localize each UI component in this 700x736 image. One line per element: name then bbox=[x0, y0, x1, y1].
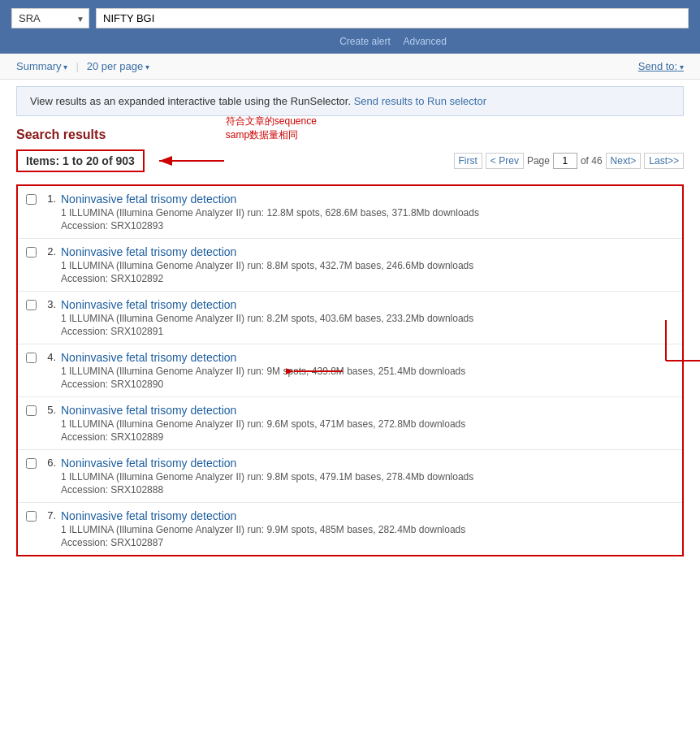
item-accession-4: Accession: SRX102890 bbox=[61, 379, 674, 390]
item-title-6: Noninvasive fetal trisomy detection bbox=[61, 457, 674, 470]
item-accession-1: Accession: SRX102893 bbox=[61, 220, 674, 232]
db-select[interactable]: SRA PubMed Nucleotide Gene Protein bbox=[11, 8, 89, 28]
result-items-outer-box: 这些都是 SRA数据 1. Noninvasive fetal trisomy … bbox=[16, 184, 684, 556]
last-page-link[interactable]: Last>> bbox=[644, 153, 684, 169]
result-item-5: 5. Noninvasive fetal trisomy detection 1… bbox=[18, 397, 682, 450]
item-link-7[interactable]: Noninvasive fetal trisomy detection bbox=[61, 509, 236, 522]
item-link-6[interactable]: Noninvasive fetal trisomy detection bbox=[61, 457, 236, 470]
item-content-3: Noninvasive fetal trisomy detection 1 IL… bbox=[61, 298, 674, 337]
anno-line-2: samp数据量相同 bbox=[226, 128, 317, 142]
result-item-6: 6. Noninvasive fetal trisomy detection 1… bbox=[18, 450, 682, 503]
item-number-3: 3. bbox=[43, 298, 56, 310]
anno-line-1: 符合文章的sequence bbox=[226, 115, 317, 128]
item-meta-2: 1 ILLUMINA (Illumina Genome Analyzer II)… bbox=[61, 260, 674, 271]
anno-chinese-1: 符合文章的sequence samp数据量相同 bbox=[226, 115, 317, 142]
per-page-dropdown[interactable]: 20 per page bbox=[87, 60, 149, 72]
result-item-4: 4. Noninvasive fetal trisomy detection 1… bbox=[18, 344, 682, 397]
summary-dropdown[interactable]: Summary bbox=[16, 60, 67, 72]
item-checkbox-1[interactable] bbox=[26, 194, 37, 205]
toolbar: Summary | 20 per page Send to: bbox=[0, 54, 700, 80]
toolbar-sep: | bbox=[76, 60, 78, 72]
search-bar: SRA PubMed Nucleotide Gene Protein ▼ bbox=[0, 0, 700, 33]
of-pages: of 46 bbox=[581, 155, 603, 167]
banner-text: View results as an expanded interactive … bbox=[30, 95, 351, 107]
item-content-6: Noninvasive fetal trisomy detection 1 IL… bbox=[61, 457, 674, 496]
item-title-4: Noninvasive fetal trisomy detection bbox=[61, 351, 674, 364]
result-item-3: 3. Noninvasive fetal trisomy detection 1… bbox=[18, 292, 682, 344]
item-accession-3: Accession: SRX102891 bbox=[61, 326, 674, 337]
create-alert-link[interactable]: Create alert bbox=[339, 36, 391, 47]
result-item-2: 2. Noninvasive fetal trisomy detection 1… bbox=[18, 239, 682, 292]
item-title-2: Noninvasive fetal trisomy detection bbox=[61, 245, 674, 258]
item-link-3[interactable]: Noninvasive fetal trisomy detection bbox=[61, 298, 236, 311]
item-accession-6: Accession: SRX102888 bbox=[61, 484, 674, 496]
item-checkbox-7[interactable] bbox=[26, 511, 37, 522]
item-accession-7: Accession: SRX102887 bbox=[61, 537, 674, 548]
toolbar-left: Summary | 20 per page bbox=[16, 60, 149, 72]
arrow-annotation-area: 符合文章的sequence samp数据量相同 bbox=[153, 149, 229, 173]
run-selector-link[interactable]: Send results to Run selector bbox=[354, 95, 486, 107]
item-link-5[interactable]: Noninvasive fetal trisomy detection bbox=[61, 404, 236, 417]
send-to-area: Send to: bbox=[638, 60, 684, 72]
item-meta-1: 1 ILLUMINA (Illumina Genome Analyzer II)… bbox=[61, 207, 674, 219]
item-link-2[interactable]: Noninvasive fetal trisomy detection bbox=[61, 245, 236, 258]
item-content-1: Noninvasive fetal trisomy detection 1 IL… bbox=[61, 193, 674, 232]
item-meta-6: 1 ILLUMINA (Illumina Genome Analyzer II)… bbox=[61, 471, 674, 483]
item-meta-5: 1 ILLUMINA (Illumina Genome Analyzer II)… bbox=[61, 418, 674, 430]
item-title-1: Noninvasive fetal trisomy detection bbox=[61, 193, 674, 206]
item-link-4[interactable]: Noninvasive fetal trisomy detection bbox=[61, 351, 236, 364]
page-input[interactable] bbox=[553, 153, 577, 169]
item-checkbox-3[interactable] bbox=[26, 300, 37, 310]
items-count-row: Items: 1 to 20 of 903 符合文章的sequence samp… bbox=[16, 149, 684, 173]
item-meta-3: 1 ILLUMINA (Illumina Genome Analyzer II)… bbox=[61, 313, 674, 324]
item-title-7: Noninvasive fetal trisomy detection bbox=[61, 509, 674, 522]
item-link-1[interactable]: Noninvasive fetal trisomy detection bbox=[61, 193, 236, 206]
item-checkbox-4[interactable] bbox=[26, 353, 37, 363]
item-checkbox-6[interactable] bbox=[26, 458, 37, 469]
item-accession-5: Accession: SRX102889 bbox=[61, 431, 674, 443]
item-content-4: Noninvasive fetal trisomy detection 1 IL… bbox=[61, 351, 674, 390]
item-number-5: 5. bbox=[43, 404, 56, 416]
left-arrow-svg bbox=[153, 149, 226, 173]
result-item-7: 7. Noninvasive fetal trisomy detection 1… bbox=[18, 503, 682, 555]
item-meta-4: 1 ILLUMINA (Illumina Genome Analyzer II)… bbox=[61, 366, 674, 377]
page-label: Page bbox=[527, 155, 550, 167]
advanced-link[interactable]: Advanced bbox=[403, 36, 446, 47]
first-page-link[interactable]: First bbox=[454, 153, 482, 169]
pagination-area: First < Prev Page of 46 Next> Last>> bbox=[454, 153, 684, 169]
search-input[interactable] bbox=[96, 8, 689, 28]
items-count-box: Items: 1 to 20 of 903 bbox=[16, 149, 145, 172]
item-checkbox-5[interactable] bbox=[26, 405, 37, 416]
run-selector-banner: View results as an expanded interactive … bbox=[16, 86, 684, 116]
item-content-2: Noninvasive fetal trisomy detection 1 IL… bbox=[61, 245, 674, 284]
item-content-7: Noninvasive fetal trisomy detection 1 IL… bbox=[61, 509, 674, 548]
item-number-2: 2. bbox=[43, 245, 56, 258]
item-number-6: 6. bbox=[43, 457, 56, 469]
item-title-3: Noninvasive fetal trisomy detection bbox=[61, 298, 674, 311]
results-section: Search results Items: 1 to 20 of 903 符合文… bbox=[0, 128, 700, 556]
item-meta-7: 1 ILLUMINA (Illumina Genome Analyzer II)… bbox=[61, 524, 674, 535]
item-number-4: 4. bbox=[43, 351, 56, 363]
item-number-7: 7. bbox=[43, 509, 56, 522]
prev-page-link[interactable]: < Prev bbox=[486, 153, 524, 169]
db-select-wrapper[interactable]: SRA PubMed Nucleotide Gene Protein ▼ bbox=[11, 8, 89, 28]
item-title-5: Noninvasive fetal trisomy detection bbox=[61, 404, 674, 417]
next-page-link[interactable]: Next> bbox=[606, 153, 642, 169]
item-accession-2: Accession: SRX102892 bbox=[61, 273, 674, 284]
results-title: Search results bbox=[16, 128, 684, 142]
send-to-button[interactable]: Send to: bbox=[638, 60, 684, 72]
item-checkbox-2[interactable] bbox=[26, 247, 37, 258]
result-item-1: 1. Noninvasive fetal trisomy detection 1… bbox=[18, 186, 682, 239]
search-links-bar: Create alert Advanced bbox=[0, 33, 700, 54]
item-number-1: 1. bbox=[43, 193, 56, 205]
item-content-5: Noninvasive fetal trisomy detection 1 IL… bbox=[61, 404, 674, 443]
count-pagination-bar: Items: 1 to 20 of 903 符合文章的sequence samp… bbox=[16, 149, 684, 173]
